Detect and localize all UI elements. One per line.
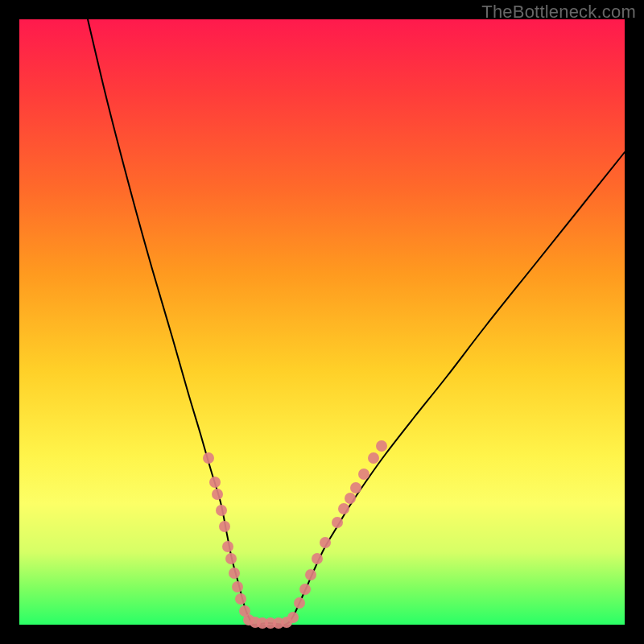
highlight-dot	[299, 584, 311, 595]
highlight-dot	[229, 568, 240, 579]
highlight-dot	[312, 553, 323, 564]
highlight-dot	[209, 477, 221, 488]
chart-plot-area	[19, 19, 625, 625]
highlight-dots-group	[203, 440, 387, 629]
highlight-dot	[332, 517, 343, 528]
highlight-dot	[294, 597, 305, 609]
highlight-dot	[320, 537, 331, 548]
highlight-dot	[345, 493, 356, 504]
highlight-dot	[203, 452, 214, 464]
watermark-text: TheBottleneck.com	[481, 2, 636, 23]
highlight-dot	[232, 581, 243, 592]
highlight-dot	[222, 541, 233, 552]
highlight-dot	[376, 440, 387, 452]
highlight-dot	[358, 469, 369, 480]
highlight-dot	[235, 593, 246, 605]
left-curve	[88, 19, 253, 625]
highlight-dot	[305, 569, 316, 580]
highlight-dot	[219, 521, 230, 532]
highlight-dot	[212, 489, 223, 500]
highlight-dot	[368, 452, 379, 464]
highlight-dot	[287, 612, 299, 623]
highlight-dot	[350, 482, 361, 493]
highlight-dot	[225, 553, 237, 564]
chart-svg	[19, 19, 625, 625]
right-curve	[285, 152, 625, 625]
highlight-dot	[338, 503, 349, 514]
highlight-dot	[216, 505, 227, 516]
